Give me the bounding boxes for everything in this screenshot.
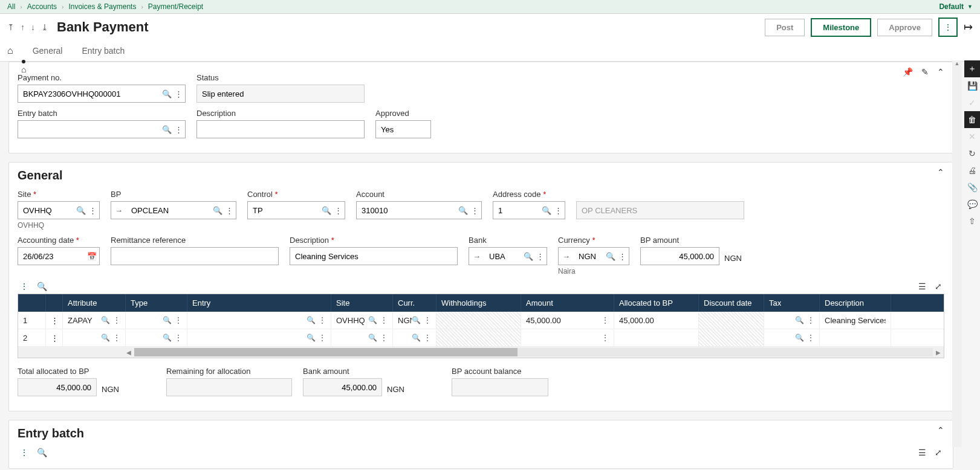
last-record-icon[interactable]: ⤓ xyxy=(41,22,48,32)
table-menu-icon[interactable]: ⋮ xyxy=(20,448,28,457)
address-code-input[interactable]: 🔍⋮ xyxy=(493,201,565,219)
description2-input[interactable] xyxy=(290,247,458,265)
search-icon[interactable]: 🔍 xyxy=(542,206,551,215)
scroll-up-icon[interactable]: ▲ xyxy=(952,60,962,69)
search-icon[interactable]: 🔍 xyxy=(163,316,172,324)
edit-icon[interactable]: ✎ xyxy=(921,67,929,77)
calendar-icon[interactable]: 📅 xyxy=(87,252,97,261)
cell-type[interactable]: 🔍⋮ xyxy=(126,329,187,346)
menu-icon[interactable]: ⋮ xyxy=(380,316,388,324)
breadcrumb-item-payment[interactable]: Payment/Receipt xyxy=(148,2,203,11)
search-icon[interactable]: 🔍 xyxy=(162,125,172,134)
search-icon[interactable]: 🔍 xyxy=(101,333,110,342)
search-icon[interactable]: 🔍 xyxy=(412,333,421,342)
menu-icon[interactable]: ⋮ xyxy=(807,316,814,324)
th-site[interactable]: Site xyxy=(331,294,393,312)
row-menu[interactable]: ⋮ xyxy=(46,312,63,329)
bank-input[interactable]: → 🔍⋮ xyxy=(469,247,547,265)
layers-icon[interactable]: ☰ xyxy=(918,448,926,457)
remittance-input[interactable] xyxy=(111,247,279,265)
cell-amount[interactable]: ⋮ xyxy=(521,329,614,346)
menu-icon[interactable]: ⋮ xyxy=(602,316,609,324)
menu-icon[interactable]: ⋮ xyxy=(424,316,431,324)
menu-icon[interactable]: ⋮ xyxy=(113,316,120,324)
search-icon[interactable]: 🔍 xyxy=(307,333,316,342)
expand-icon[interactable]: ⤢ xyxy=(935,448,942,457)
th-allocated[interactable]: Allocated to BP xyxy=(614,294,699,312)
bp-input[interactable]: → 🔍⋮ xyxy=(111,201,236,219)
search-icon[interactable]: 🔍 xyxy=(76,206,86,215)
link-arrow-icon[interactable]: → xyxy=(469,252,484,261)
vertical-scrollbar[interactable]: ▲ xyxy=(952,60,962,447)
search-icon[interactable]: 🔍 xyxy=(458,206,468,215)
collapse-icon[interactable]: ⌃ xyxy=(937,167,944,177)
menu-icon[interactable]: ⋮ xyxy=(113,333,120,342)
delete-icon[interactable]: 🗑 xyxy=(964,111,980,128)
scroll-right-icon[interactable]: ▶ xyxy=(933,349,944,356)
tab-general[interactable]: General xyxy=(33,41,63,60)
menu-icon[interactable]: ⋮ xyxy=(175,125,183,134)
menu-icon[interactable]: ⋮ xyxy=(175,316,182,324)
breadcrumb-item-accounts[interactable]: Accounts xyxy=(27,2,57,11)
search-icon[interactable]: 🔍 xyxy=(795,316,804,324)
th-amount[interactable]: Amount xyxy=(521,294,614,312)
search-icon[interactable]: 🔍 xyxy=(162,89,172,98)
menu-icon[interactable]: ⋮ xyxy=(554,206,562,215)
search-icon[interactable]: 🔍 xyxy=(213,206,222,215)
table-search-icon[interactable]: 🔍 xyxy=(37,282,47,291)
cell-attribute[interactable]: 🔍⋮ xyxy=(63,329,126,346)
table-horizontal-scrollbar[interactable]: ◀ ▶ xyxy=(18,347,944,358)
entry-batch-input[interactable]: 🔍⋮ xyxy=(18,120,186,138)
menu-icon[interactable]: ⋮ xyxy=(334,206,342,215)
cell-amount[interactable]: 45,000.00⋮ xyxy=(521,312,614,329)
search-icon[interactable]: 🔍 xyxy=(795,333,804,342)
prev-record-icon[interactable]: ↑ xyxy=(21,22,25,32)
search-icon[interactable]: 🔍 xyxy=(101,316,110,324)
milestone-button[interactable]: Milestone xyxy=(811,18,871,37)
th-withholdings[interactable]: Withholdings xyxy=(436,294,521,312)
filter-default-dropdown[interactable]: Default ▼ xyxy=(939,2,973,11)
search-icon[interactable]: 🔍 xyxy=(368,333,377,342)
breadcrumb-item-all[interactable]: All xyxy=(7,2,15,11)
cell-site[interactable]: 🔍⋮ xyxy=(331,329,393,346)
approved-field[interactable] xyxy=(375,120,431,138)
accounting-date-input[interactable]: 📅 xyxy=(18,247,100,265)
first-record-icon[interactable]: ⤒ xyxy=(7,22,15,32)
menu-icon[interactable]: ⋮ xyxy=(807,333,814,342)
menu-icon[interactable]: ⋮ xyxy=(175,89,183,98)
search-icon[interactable]: 🔍 xyxy=(368,316,377,324)
payment-no-input[interactable]: 🔍⋮ xyxy=(18,85,186,103)
cell-tax[interactable]: 🔍⋮ xyxy=(764,329,820,346)
collapse-icon[interactable]: ⌃ xyxy=(937,67,944,77)
table-row[interactable]: 2 ⋮ 🔍⋮ 🔍⋮ 🔍⋮ 🔍⋮ 🔍⋮ ⋮ 🔍⋮ xyxy=(18,329,944,347)
table-menu-icon[interactable]: ⋮ xyxy=(20,282,28,291)
cell-attribute[interactable]: ZAPAY🔍⋮ xyxy=(63,312,126,329)
refresh-icon[interactable]: ↻ xyxy=(964,145,980,162)
collapse-icon[interactable]: ⌃ xyxy=(937,425,944,435)
menu-icon[interactable]: ⋮ xyxy=(226,206,233,215)
breadcrumb-item-invoices[interactable]: Invoices & Payments xyxy=(68,2,136,11)
search-icon[interactable]: 🔍 xyxy=(412,316,421,324)
close-icon[interactable]: ✕ xyxy=(964,128,980,145)
menu-icon[interactable]: ⋮ xyxy=(536,252,544,261)
menu-icon[interactable]: ⋮ xyxy=(89,206,97,215)
bp-amount-input[interactable] xyxy=(640,247,719,265)
check-icon[interactable]: ✓ xyxy=(964,94,980,111)
scroll-left-icon[interactable]: ◀ xyxy=(123,349,134,356)
menu-icon[interactable]: ⋮ xyxy=(380,333,388,342)
cell-allocated[interactable] xyxy=(614,329,699,346)
menu-icon[interactable]: ⋮ xyxy=(319,333,326,342)
more-actions-button[interactable]: ⋮ xyxy=(938,18,958,37)
currency-input[interactable]: → 🔍⋮ xyxy=(558,247,629,265)
th-curr[interactable]: Curr. xyxy=(393,294,436,312)
cell-curr[interactable]: 🔍⋮ xyxy=(393,329,436,346)
cell-tax[interactable]: 🔍⋮ xyxy=(764,312,820,329)
pin-icon[interactable]: 📌 xyxy=(903,67,913,77)
cell-description[interactable]: Cleaning Services xyxy=(820,312,891,329)
cell-description[interactable] xyxy=(820,329,891,346)
approve-button[interactable]: Approve xyxy=(877,19,932,36)
scroll-thumb[interactable] xyxy=(134,348,518,356)
post-button[interactable]: Post xyxy=(765,19,805,36)
cell-allocated[interactable]: 45,000.00 xyxy=(614,312,699,329)
account-input[interactable]: 🔍⋮ xyxy=(356,201,482,219)
